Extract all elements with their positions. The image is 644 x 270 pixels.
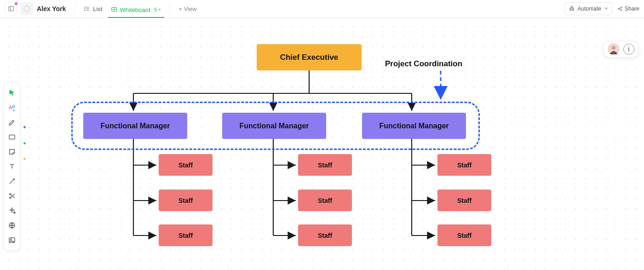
svg-point-2 <box>24 6 29 11</box>
add-view-button[interactable]: + View <box>178 6 197 12</box>
view-list-button[interactable]: List <box>81 4 105 14</box>
tool-rectangle[interactable] <box>6 130 18 144</box>
node-functional-manager-2[interactable]: Functional Manager <box>222 113 326 139</box>
tool-connector[interactable] <box>6 174 18 188</box>
svg-line-18 <box>619 8 621 9</box>
sidebar-toggle-button[interactable] <box>5 2 17 15</box>
automate-button[interactable]: Automate <box>564 2 613 15</box>
svg-rect-10 <box>570 8 574 11</box>
svg-point-16 <box>621 7 622 8</box>
presence-panel: i <box>604 41 638 57</box>
image-icon <box>8 236 16 244</box>
node-label: Functional Manager <box>239 122 309 130</box>
tool-sparkle[interactable] <box>6 204 18 218</box>
sparkle-icon <box>8 207 16 215</box>
list-icon <box>84 6 90 12</box>
tool-indicator-dot <box>23 158 26 160</box>
shapes-icon <box>8 103 16 112</box>
node-label: Staff <box>318 232 332 239</box>
svg-point-23 <box>10 197 11 198</box>
tool-scissors[interactable] <box>6 189 18 203</box>
tool-pen[interactable] <box>6 115 18 129</box>
doc-title[interactable]: Alex York <box>37 5 66 12</box>
node-functional-manager-3[interactable]: Functional Manager <box>362 113 466 139</box>
separator <box>170 4 170 13</box>
tool-text[interactable] <box>6 160 18 173</box>
svg-point-8 <box>85 10 85 11</box>
node-staff[interactable]: Staff <box>437 224 491 246</box>
connector-icon <box>8 177 16 185</box>
node-staff[interactable]: Staff <box>298 224 352 246</box>
tool-rail <box>4 82 20 251</box>
doc-icon <box>20 2 33 15</box>
view-whiteboard-label: Whiteboard <box>120 6 150 13</box>
whiteboard-count-value: 5 <box>154 7 157 12</box>
node-chief-executive[interactable]: Chief Executive <box>257 44 362 70</box>
add-view-label: View <box>184 6 197 12</box>
svg-point-26 <box>11 239 12 240</box>
loading-dashes-icon <box>23 5 31 13</box>
svg-point-6 <box>85 7 85 7</box>
chevron-down-icon <box>604 6 609 11</box>
svg-point-12 <box>572 9 573 9</box>
node-label: Staff <box>318 161 332 169</box>
tool-sticky[interactable] <box>6 145 18 159</box>
project-coordination-label[interactable]: Project Coordination <box>385 59 462 69</box>
node-label: Staff <box>178 161 193 169</box>
svg-line-19 <box>619 9 621 10</box>
diagram-layer: Chief Executive Functional Manager Funct… <box>0 18 644 270</box>
view-whiteboard-button[interactable]: Whiteboard 5 <box>108 5 165 18</box>
svg-point-7 <box>85 8 85 9</box>
node-staff[interactable]: Staff <box>437 190 491 211</box>
view-list-label: List <box>93 6 102 12</box>
globe-icon <box>8 221 16 230</box>
panel-left-icon <box>8 6 14 12</box>
svg-point-20 <box>13 106 15 108</box>
node-functional-manager-1[interactable]: Functional Manager <box>83 113 187 139</box>
share-icon <box>617 6 623 11</box>
node-label: Chief Executive <box>280 53 339 62</box>
rectangle-icon <box>8 133 16 141</box>
tool-image[interactable] <box>6 233 18 247</box>
svg-point-11 <box>570 9 571 9</box>
svg-point-15 <box>618 8 619 9</box>
svg-point-22 <box>10 194 11 195</box>
text-icon <box>8 162 16 171</box>
node-staff[interactable]: Staff <box>437 154 491 176</box>
node-label: Staff <box>457 197 472 204</box>
whiteboard-icon <box>111 6 117 13</box>
avatar[interactable] <box>608 43 620 55</box>
tool-indicator-dot <box>23 142 26 144</box>
node-label: Staff <box>318 197 332 204</box>
tool-shapes[interactable] <box>6 101 18 115</box>
whiteboard-count-chip: 5 <box>154 7 161 12</box>
notification-dot-icon <box>14 2 18 6</box>
separator <box>75 4 75 13</box>
node-label: Staff <box>457 161 472 169</box>
info-button[interactable]: i <box>623 44 634 55</box>
share-label: Share <box>625 6 639 12</box>
tool-cursor[interactable] <box>6 86 18 100</box>
pen-icon <box>8 118 16 126</box>
automate-label: Automate <box>578 6 601 12</box>
sticky-note-icon <box>8 148 16 156</box>
node-staff[interactable]: Staff <box>159 224 213 246</box>
node-staff[interactable]: Staff <box>159 154 213 176</box>
whiteboard-canvas[interactable]: i <box>0 18 644 270</box>
info-glyph: i <box>628 46 630 53</box>
svg-rect-21 <box>9 135 15 139</box>
node-staff[interactable]: Staff <box>159 190 213 211</box>
cursor-icon <box>8 89 16 97</box>
chevron-down-icon <box>158 8 161 11</box>
svg-point-27 <box>612 46 615 50</box>
robot-icon <box>569 6 575 12</box>
node-label: Functional Manager <box>379 122 448 130</box>
topbar-right-actions: Automate Share <box>564 2 639 15</box>
share-button[interactable]: Share <box>617 6 639 12</box>
node-staff[interactable]: Staff <box>298 190 352 211</box>
tool-globe[interactable] <box>6 218 18 232</box>
automate-chevron <box>604 6 609 12</box>
node-staff[interactable]: Staff <box>298 154 352 176</box>
svg-rect-0 <box>9 6 14 11</box>
label-text: Project Coordination <box>385 59 462 68</box>
